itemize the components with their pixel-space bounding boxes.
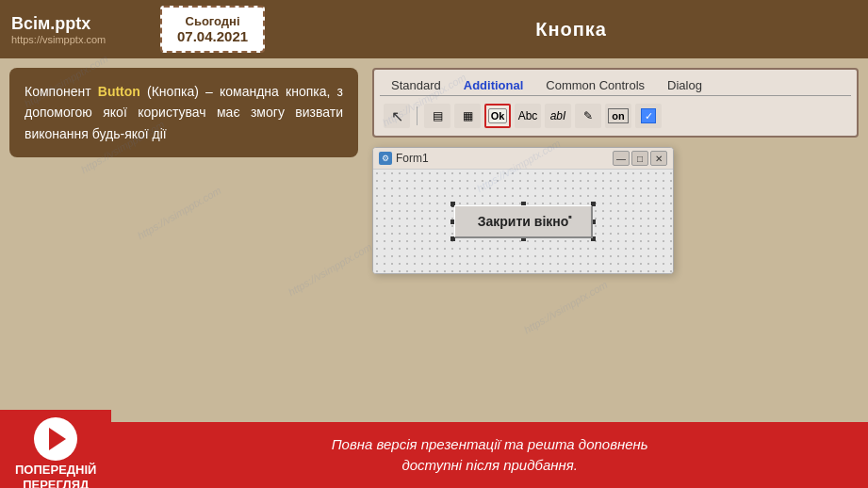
form-titlebar: ⚙ Form1 — □ ✕	[373, 148, 673, 170]
tool-cursor[interactable]: ↖	[384, 104, 410, 128]
toolbox-tabs: Standard Additional Common Controls Dial…	[380, 75, 851, 96]
minimize-button[interactable]: —	[613, 151, 630, 166]
header-bar: Всім.pptx https://vsimpptx.com Сьогодні …	[0, 0, 868, 58]
tab-dialog[interactable]: Dialog	[656, 75, 713, 95]
header-title-area: Кнопка	[274, 0, 868, 58]
close-button[interactable]: ✕	[650, 151, 667, 166]
form-window: ⚙ Form1 — □ ✕	[372, 147, 674, 274]
tab-additional[interactable]: Additional	[452, 75, 535, 95]
description-text: Компонент Button (Кнопка) – командна кно…	[25, 84, 343, 141]
left-panel: Компонент Button (Кнопка) – командна кно…	[0, 58, 368, 422]
preview-circle	[34, 417, 77, 461]
right-panel: Standard Additional Common Controls Dial…	[368, 58, 868, 422]
form-title-text: Form1	[396, 152, 609, 165]
toolbox-panel: Standard Additional Common Controls Dial…	[372, 68, 859, 138]
bottom-text-area: Повна версія презентації та решта доповн…	[111, 427, 868, 484]
toolbox-sep1	[417, 106, 418, 125]
checkbox-icon: ✓	[641, 108, 656, 123]
ok-icon: Ok	[488, 108, 508, 123]
on-icon: on	[608, 108, 628, 123]
abc-icon: Abc	[518, 109, 538, 122]
description-box: Компонент Button (Кнопка) – командна кно…	[9, 68, 358, 157]
tool-edit[interactable]: ✎	[575, 104, 601, 128]
preview-button[interactable]: ПОПЕРЕДНІЙПЕРЕГЛЯД	[0, 410, 111, 488]
form-body: Закрити вікно	[373, 170, 673, 273]
cursor-icon: ↖	[391, 107, 403, 125]
highlight-button: Button	[98, 84, 140, 99]
logo-title: Всім.pptx	[11, 14, 139, 34]
tool-checkbox[interactable]: ✓	[635, 104, 662, 128]
close-window-label: Закрити вікно	[478, 214, 569, 229]
date-today-label: Сьогодні	[186, 14, 240, 28]
tool-ok-button[interactable]: Ok	[484, 104, 511, 128]
main-content: Компонент Button (Кнопка) – командна кно…	[0, 58, 868, 422]
preview-label: ПОПЕРЕДНІЙПЕРЕГЛЯД	[15, 463, 96, 488]
toolbox-items: ↖ ▤ ▦ Ok Abc abI ✎	[380, 102, 851, 130]
tool-form1[interactable]: ▤	[424, 104, 450, 128]
logo-url: https://vsimpptx.com	[11, 34, 139, 45]
abi-icon: abI	[550, 109, 566, 122]
form-controls: — □ ✕	[613, 151, 667, 166]
form1-icon: ▤	[433, 109, 443, 122]
form2-icon: ▦	[463, 109, 473, 122]
form-app-icon: ⚙	[379, 152, 392, 165]
logo-area: Всім.pptx https://vsimpptx.com	[0, 0, 151, 58]
date-value: 07.04.2021	[177, 28, 248, 44]
header-title: Кнопка	[535, 19, 607, 41]
tab-common-controls[interactable]: Common Controls	[534, 75, 656, 95]
bottom-info-text: Повна версія презентації та решта доповн…	[332, 434, 648, 477]
close-window-button[interactable]: Закрити вікно	[454, 205, 593, 237]
button-component-wrapper: Закрити вікно	[454, 205, 593, 237]
bottom-bar: ПОПЕРЕДНІЙПЕРЕГЛЯД Повна версія презента…	[0, 422, 868, 488]
tool-label-abi[interactable]: abI	[545, 104, 571, 128]
tool-on[interactable]: on	[605, 104, 631, 128]
date-box: Сьогодні 07.04.2021	[160, 6, 265, 53]
edit-icon: ✎	[583, 109, 593, 122]
play-icon	[49, 428, 66, 450]
tool-form2[interactable]: ▦	[454, 104, 481, 128]
tool-label-abc[interactable]: Abc	[515, 104, 541, 128]
tab-standard[interactable]: Standard	[380, 75, 452, 95]
maximize-button[interactable]: □	[631, 151, 648, 166]
